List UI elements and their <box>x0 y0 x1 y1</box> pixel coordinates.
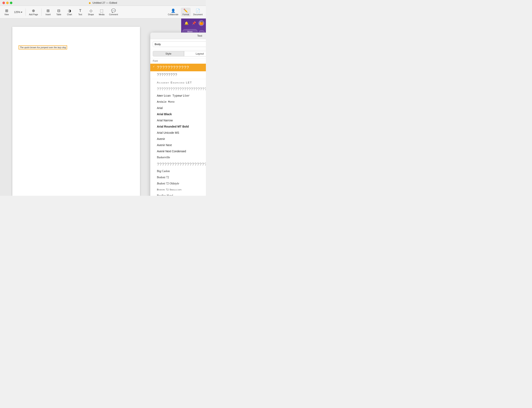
toolbar-shape[interactable]: ◇ Shape <box>86 8 96 17</box>
toolbar: ⊞ View 125% ▾ ⊕ Add Page ⊞ Insert ⊟ Tabl… <box>0 6 206 18</box>
font-item-baskerville[interactable]: Baskerville <box>150 154 206 161</box>
font-item-arial[interactable]: Arial <box>150 105 206 111</box>
close-button[interactable] <box>2 2 5 4</box>
toolbar-document-label: Document <box>193 13 203 16</box>
toolbar-media-label: Media <box>99 13 104 16</box>
shape-icon: ◇ <box>90 8 92 13</box>
document-page: The quick brown fox jumped over the lazy… <box>12 27 140 196</box>
view-icon: ⊞ <box>5 8 8 13</box>
font-item-selected[interactable]: ???????????? <box>150 64 206 71</box>
toolbar-media[interactable]: ⬚ Media <box>97 8 107 17</box>
text-box[interactable]: The quick brown fox jumped over the lazy… <box>18 45 67 50</box>
toolbar-text-label: Text <box>78 13 82 16</box>
window-title: Untitled 27 — Edited <box>89 1 117 4</box>
toolbar-document[interactable]: 📄 Document <box>191 8 204 17</box>
fullscreen-button[interactable] <box>10 2 12 4</box>
minimize-button[interactable] <box>6 2 9 4</box>
table-icon: ⊟ <box>57 8 60 13</box>
font-separator-1 <box>150 79 206 79</box>
font-item-arial-unicode[interactable]: Arial Unicode MS <box>150 130 206 136</box>
tab-layout[interactable]: Layout <box>184 51 206 56</box>
font-item-avenir-next[interactable]: Avenir Next <box>150 142 206 148</box>
font-item-american-typewriter[interactable]: American Typewriter <box>150 93 206 99</box>
font-item-unreadable-3[interactable]: ??????????????????????????? <box>150 161 206 168</box>
document-icon: 📄 <box>196 8 200 13</box>
toolbar-insert[interactable]: ⊞ Insert <box>43 8 53 17</box>
font-item-bradley-hand[interactable]: Bradley Hand <box>150 193 206 196</box>
toolbar-comment[interactable]: 💬 Comment <box>107 8 120 17</box>
pin-icon[interactable]: 📌 <box>191 20 197 26</box>
toolbar-shape-label: Shape <box>88 13 94 16</box>
main-area: The quick brown fox jumped over the lazy… <box>0 18 206 196</box>
font-item-bodoni-72[interactable]: Bodoni 72 <box>150 174 206 180</box>
tab-style[interactable]: Style <box>153 51 184 56</box>
right-icons-row: 🔔 📌 🍊 <box>181 18 206 28</box>
font-item-academy[interactable]: Academy Engraved LET <box>150 80 206 85</box>
font-item-andale-mono[interactable]: Andale Mono <box>150 99 206 105</box>
font-item-arial-narrow[interactable]: Arial Narrow <box>150 117 206 123</box>
add-page-icon: ⊕ <box>32 8 35 13</box>
font-section-label: Font <box>150 58 206 64</box>
text-icon: T <box>79 9 81 13</box>
toolbar-chart-label: Chart <box>67 13 72 16</box>
toolbar-format[interactable]: ✏️ Format <box>181 8 191 17</box>
font-item-avenir-next-condensed[interactable]: Avenir Next Condensed <box>150 148 206 154</box>
font-item-avenir[interactable]: Avenir <box>150 136 206 142</box>
toolbar-add-page[interactable]: ⊕ Add Page <box>27 8 40 17</box>
style-row: Body ▾ Update <box>150 39 206 49</box>
zoom-value: 125% <box>14 11 20 14</box>
comment-icon: 💬 <box>111 8 116 13</box>
tab-row: Style Layout More <box>150 49 206 58</box>
text-popup: Text Body ▾ Update Style Layout More Fon… <box>150 33 206 196</box>
zoom-chevron-icon: ▾ <box>21 11 22 14</box>
font-item-recent-2[interactable]: ????????? <box>150 71 206 78</box>
toolbar-table[interactable]: ⊟ Table <box>54 8 64 17</box>
toolbar-insert-label: Insert <box>46 13 51 16</box>
toolbar-comment-label: Comment <box>109 13 118 16</box>
toolbar-format-label: Format <box>183 13 189 16</box>
toolbar-collaborate[interactable]: 👤 Collaborate <box>166 8 180 17</box>
toolbar-add-page-label: Add Page <box>29 13 38 16</box>
insert-icon: ⊞ <box>47 8 50 13</box>
title-dot-icon <box>89 2 90 4</box>
text-popup-title: Text <box>197 34 202 37</box>
text-content: The quick brown fox jumped over the lazy… <box>20 46 66 49</box>
user-avatar[interactable]: 🍊 <box>198 20 204 26</box>
notification-icon[interactable]: 🔔 <box>184 20 189 26</box>
style-value: Body <box>155 43 161 46</box>
style-dropdown[interactable]: Body ▾ <box>153 41 206 47</box>
collaborate-icon: 👤 <box>171 8 175 13</box>
toolbar-zoom[interactable]: 125% ▾ <box>12 10 24 14</box>
text-popup-header: Text <box>150 33 206 39</box>
title-bar: Untitled 27 — Edited <box>0 0 206 6</box>
font-item-bodoni-72-oldstyle[interactable]: Bodoni 72 Oldstyle <box>150 180 206 187</box>
font-item-arial-black[interactable]: Arial Black <box>150 111 206 117</box>
toolbar-chart[interactable]: ◑ Chart <box>65 8 74 17</box>
toolbar-text[interactable]: T Text <box>75 8 85 17</box>
format-icon: ✏️ <box>183 8 188 13</box>
font-list[interactable]: ???????????? ????????? Academy Engraved … <box>150 64 206 196</box>
toolbar-view[interactable]: ⊞ View <box>2 8 12 17</box>
toolbar-collaborate-label: Collaborate <box>168 13 178 16</box>
traffic-lights <box>2 2 12 4</box>
font-item-big-caslon[interactable]: Big Caslon <box>150 168 206 174</box>
toolbar-table-label: Table <box>57 13 61 16</box>
font-item-bodoni-72-smallcaps[interactable]: Bodoni 72 Smallcaps <box>150 187 206 193</box>
font-item-arial-rounded[interactable]: Arial Rounded MT Bold <box>150 123 206 130</box>
font-item-unreadable-2[interactable]: ????????????????????????????????????? <box>150 85 206 93</box>
chart-icon: ◑ <box>68 8 71 13</box>
scrollbar-indicator: ⌄ <box>150 196 206 196</box>
toolbar-view-label: View <box>4 13 9 16</box>
media-icon: ⬚ <box>100 8 103 13</box>
toolbar-separator-1 <box>25 8 26 16</box>
